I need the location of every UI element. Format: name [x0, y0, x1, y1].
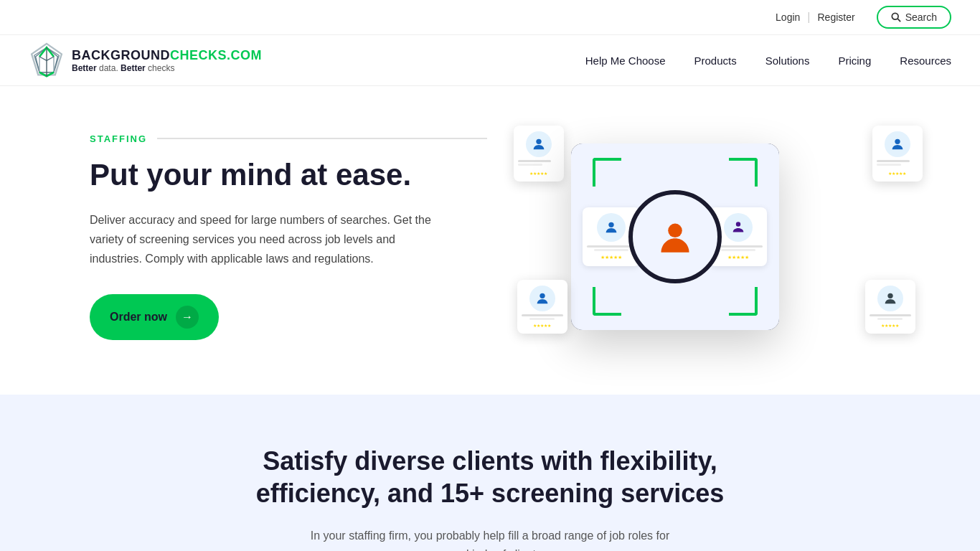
arrow-icon: →: [176, 306, 199, 329]
logo-icon: [29, 42, 65, 78]
hero-illustration: ★★★★★ ★★★★★: [491, 122, 951, 352]
device-screen: ★★★★★ ★★★★★: [571, 143, 779, 330]
hero-section: STAFFING Put your mind at ease. Deliver …: [0, 86, 980, 395]
register-link[interactable]: Register: [818, 11, 855, 23]
device-frame: ★★★★★ ★★★★★: [571, 143, 779, 330]
stars-4: ★★★★★: [881, 323, 899, 328]
svg-point-12: [668, 224, 682, 238]
floating-card-3: ★★★★★: [517, 280, 567, 334]
stars-3: ★★★★★: [533, 323, 551, 328]
section-label: STAFFING: [90, 133, 491, 144]
avatar-4: [877, 286, 903, 311]
top-bar: Login | Register Search: [0, 0, 980, 35]
nav-pricing[interactable]: Pricing: [838, 55, 871, 67]
nav-links: Help Me Choose Products Solutions Pricin…: [585, 55, 951, 67]
svg-point-11: [736, 222, 740, 226]
search-icon: [891, 12, 901, 22]
svg-point-7: [536, 139, 541, 144]
nav-help-me-choose[interactable]: Help Me Choose: [585, 55, 666, 67]
hero-title: Put your mind at ease.: [90, 157, 491, 193]
svg-point-13: [540, 293, 545, 298]
main-nav: BACKGROUNDCHECKS.COM Better data. Better…: [0, 35, 980, 86]
stars-p3: ★★★★★: [727, 255, 749, 260]
stars-p1: ★★★★★: [600, 255, 622, 260]
illustration-container: ★★★★★ ★★★★★: [514, 122, 930, 352]
magnifier: [628, 190, 722, 283]
nav-solutions[interactable]: Solutions: [765, 55, 810, 67]
second-section-description: In your staffing firm, you probably help…: [296, 527, 684, 551]
nav-resources[interactable]: Resources: [900, 55, 951, 67]
avatar-p3: [724, 213, 753, 242]
logo-name: BACKGROUNDCHECKS.COM: [72, 48, 262, 63]
card-lines-2: [877, 160, 918, 168]
svg-line-1: [897, 19, 900, 22]
search-button[interactable]: Search: [877, 6, 951, 29]
svg-point-9: [608, 222, 613, 227]
card-lines-1: [518, 160, 560, 168]
second-section: Satisfy diverse clients with flexibility…: [0, 395, 980, 551]
login-link[interactable]: Login: [776, 11, 800, 23]
separator: |: [807, 11, 810, 24]
hero-content: STAFFING Put your mind at ease. Deliver …: [90, 133, 491, 341]
svg-point-0: [892, 13, 898, 19]
stars-1: ★★★★★: [529, 171, 547, 176]
svg-point-8: [895, 139, 900, 144]
order-now-button[interactable]: Order now →: [90, 294, 219, 340]
logo[interactable]: BACKGROUNDCHECKS.COM Better data. Better…: [29, 42, 262, 78]
avatar-p1: [597, 213, 626, 242]
svg-point-14: [887, 293, 892, 298]
floating-card-2: ★★★★★: [872, 126, 923, 182]
avatar-2: [885, 131, 910, 157]
hero-description: Deliver accuracy and speed for large num…: [90, 210, 448, 269]
order-now-label: Order now: [110, 311, 167, 324]
stars-2: ★★★★★: [888, 171, 906, 176]
floating-card-1: ★★★★★: [514, 126, 564, 182]
top-bar-links: Login | Register Search: [776, 6, 951, 29]
nav-products[interactable]: Products: [694, 55, 737, 67]
second-section-title: Satisfy diverse clients with flexibility…: [232, 445, 748, 509]
logo-text: BACKGROUNDCHECKS.COM Better data. Better…: [72, 48, 262, 73]
avatar-1: [526, 131, 552, 157]
search-label: Search: [905, 11, 937, 23]
floating-card-4: ★★★★★: [865, 280, 915, 334]
logo-tagline: Better data. Better checks: [72, 63, 262, 73]
avatar-3: [529, 286, 555, 311]
